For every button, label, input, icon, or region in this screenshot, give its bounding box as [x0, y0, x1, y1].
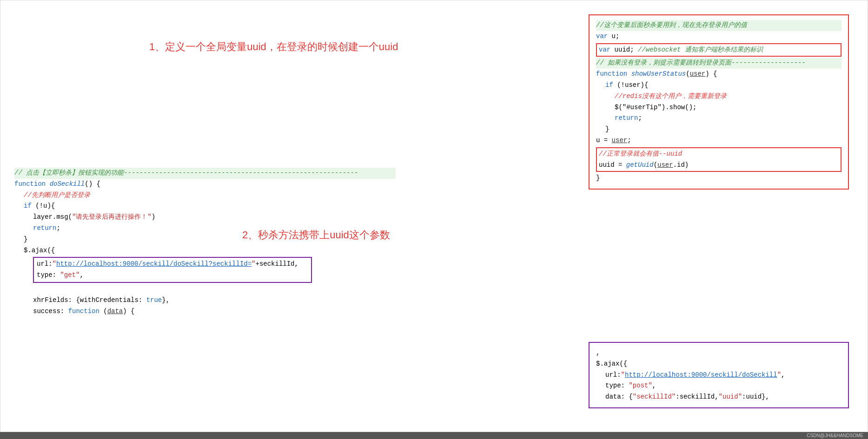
- code-line-xhrfields: xhrFields: {withCredentials: true},: [14, 295, 396, 306]
- main-content: 1、定义一个全局变量uuid，在登录的时候创建一个uuid 2、秒杀方法携带上u…: [0, 0, 868, 432]
- code-line-uuid: var uuid; //websocket 通知客户端秒杀结果的标识: [599, 45, 839, 56]
- code-line-layer-msg: layer.msg("请先登录后再进行操作！"): [14, 212, 396, 223]
- code-line-if-user: if (!user){: [596, 80, 841, 91]
- watermark: CSDN@JH&&HANDSOME: [807, 433, 863, 438]
- comment-uuid: //正常登录就会有值--uuid: [599, 149, 839, 160]
- code-line-close-fn: }: [596, 173, 841, 184]
- comment-doseckill: // 点击【立即秒杀】按钮实现的功能----------------------…: [14, 168, 396, 179]
- comment-check-login: //先判断用户是否登录: [14, 190, 396, 201]
- highlight-url-type: url:"http://localhost:9000/seckill/doSec…: [33, 257, 312, 283]
- code-line-function: function showUserStatus(user) {: [596, 69, 841, 80]
- code-line-return-2: return;: [14, 223, 396, 234]
- code-block-top-right: //这个变量后面秒杀要用到，现在先存登录用户的值 var u; var uuid…: [589, 14, 849, 190]
- code-line-usertip: $("#userTip").show();: [596, 102, 841, 113]
- code-block-left: // 点击【立即秒杀】按钮实现的功能----------------------…: [14, 168, 396, 317]
- code-line-close-if-2: }: [14, 234, 396, 245]
- code-line-if-u: if (!u){: [14, 201, 396, 212]
- code-line-ajax-2: $.ajax({: [596, 359, 841, 370]
- code-line-type-2: type: "post",: [596, 380, 841, 392]
- highlight-uuid-var: var uuid; //websocket 通知客户端秒杀结果的标识: [596, 43, 841, 57]
- comment-redis: //redis没有这个用户，需要重新登录: [596, 91, 841, 102]
- code-line-blank: [14, 284, 396, 295]
- code-block-bottom-right: , $.ajax({ url:"http://localhost:9000/se…: [589, 342, 849, 408]
- annotation-1: 1、定义一个全局变量uuid，在登录的时候创建一个uuid: [149, 40, 398, 54]
- code-line-data: data: {"seckillId":seckillId,"uuid":uuid…: [596, 392, 841, 403]
- code-line-success: success: function (data) {: [14, 306, 396, 317]
- code-line-doseckill-fn: function doSeckill() {: [14, 179, 396, 190]
- code-line-var-u: var u;: [596, 31, 841, 42]
- comment-line-2: // 如果没有登录，则提示需要跳转到登录页面------------------…: [596, 58, 841, 69]
- code-line-url-2: url:"http://localhost:9000/seckill/doSec…: [596, 370, 841, 381]
- code-line-u-user: u = user;: [596, 135, 841, 146]
- code-line-comma: ,: [596, 347, 841, 359]
- highlight-uuid-assign: //正常登录就会有值--uuid uuid = getUuid(user.id): [596, 147, 841, 172]
- code-line-uuid-assign: uuid = getUuid(user.id): [599, 160, 839, 171]
- comment-line-1: //这个变量后面秒杀要用到，现在先存登录用户的值: [596, 20, 841, 31]
- bottom-bar: CSDN@JH&&HANDSOME: [0, 432, 868, 439]
- code-line-type: type: "get",: [37, 270, 308, 281]
- code-line-close-if: }: [596, 124, 841, 135]
- code-line-ajax-open: $.ajax({: [14, 245, 396, 256]
- code-line-return-1: return;: [596, 113, 841, 124]
- code-line-url: url:"http://localhost:9000/seckill/doSec…: [37, 259, 308, 270]
